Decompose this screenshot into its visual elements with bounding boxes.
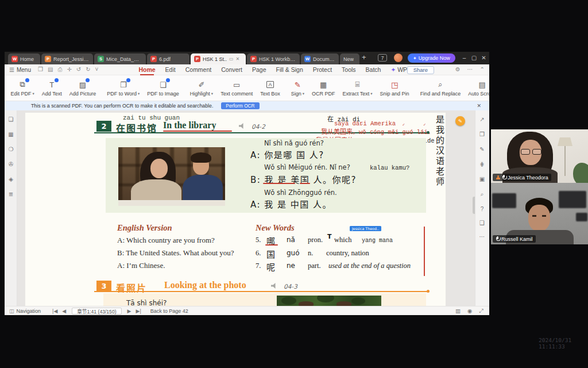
perform-ocr-button[interactable]: Perform OCR xyxy=(221,102,259,109)
pdf-page: ˋ ˊ ˉ ˇ zai tu shu guan 2 在图书馆 In the li… xyxy=(25,113,446,306)
read-mode-icon[interactable]: ▥ xyxy=(455,308,461,315)
menu-protect[interactable]: Protect xyxy=(313,66,332,73)
print-icon[interactable]: ⎙ xyxy=(57,66,62,73)
menu-page[interactable]: Page xyxy=(252,66,266,73)
tab-new[interactable]: New xyxy=(340,53,359,64)
play-presentation-icon[interactable]: ◉ xyxy=(467,308,472,315)
tab-hsk1-student[interactable]: P HSK 1 St.. ▭ ✕ xyxy=(191,53,246,64)
translate-panel-icon[interactable]: ⋕ xyxy=(475,161,489,167)
tab-6pdf[interactable]: P 6.pdf xyxy=(147,53,189,64)
layers-icon[interactable]: ≣ xyxy=(5,191,17,197)
auto-scroll-button[interactable]: ▤ Auto Scroll▾ xyxy=(465,76,489,99)
more-quick-icon[interactable]: ˅ xyxy=(95,66,99,73)
sign-button[interactable]: ✎ Sign▾ xyxy=(287,76,308,99)
fullscreen-icon[interactable]: ⤢ xyxy=(479,308,483,315)
text-comment-button[interactable]: ▭ Text comment xyxy=(217,76,257,99)
doc-info-icon[interactable]: ❐ xyxy=(475,131,489,137)
share-link-icon[interactable]: ↗ xyxy=(475,116,489,122)
first-page-icon[interactable]: |◀ xyxy=(52,308,57,314)
comments-panel-icon[interactable]: ❍ xyxy=(5,146,17,152)
close-notice-icon[interactable]: ✕ xyxy=(477,103,481,109)
menu-tools[interactable]: Tools xyxy=(342,66,356,73)
more-options-icon[interactable]: ⋯ xyxy=(467,66,473,72)
add-picture-button[interactable]: ▨ Add Picture xyxy=(65,76,100,99)
tab-document1[interactable]: W Document1 xyxy=(301,53,339,64)
hand-tool-icon[interactable]: ✛ xyxy=(67,66,71,73)
share-button[interactable]: Share xyxy=(407,66,434,74)
status-bar: ◫ Navigation |◀ ◀ 章节1:41 (43/150) ▶ ▶| B… xyxy=(5,306,489,315)
panel-collapse-handle[interactable] xyxy=(473,197,475,214)
attachment-icon[interactable]: ✇ xyxy=(5,161,17,167)
thumbnails-icon[interactable]: ▦ xyxy=(5,131,17,137)
video-tile-jessica[interactable]: Jessica Theodora xyxy=(491,129,588,183)
wps-home-icon: W xyxy=(11,56,18,62)
help-icon[interactable]: ? xyxy=(475,206,489,212)
section3-number: 3 xyxy=(96,281,111,292)
search-icon[interactable]: ⌕ xyxy=(475,191,489,198)
section3-pinyin-line: Tā shì shéi? xyxy=(126,299,167,306)
main-menu-button[interactable]: Menu xyxy=(9,67,31,73)
pdf-icon: P xyxy=(250,56,257,62)
close-tab-icon[interactable]: ✕ xyxy=(236,56,240,62)
tab-mice-data[interactable]: S Mice_Data_Collec.. xyxy=(94,53,146,64)
upgrade-now-button[interactable]: Upgrade Now xyxy=(408,53,455,63)
new-tab-button[interactable]: + xyxy=(362,53,366,62)
add-text-button[interactable]: T Add Text xyxy=(38,76,65,99)
extract-text-button[interactable]: ⌸ Extract Text▾ xyxy=(339,76,376,99)
mic-icon xyxy=(496,236,500,242)
menu-convert[interactable]: Convert xyxy=(221,66,242,73)
new-word-6-pos: n. xyxy=(308,249,313,258)
quick-edit-floating-button[interactable]: ✎ xyxy=(455,116,465,126)
menu-batch[interactable]: Batch xyxy=(366,66,381,73)
stamp-icon[interactable]: ◈ xyxy=(5,176,17,182)
text-box-button[interactable]: A Text Box xyxy=(257,76,284,99)
close-window-button[interactable]: ✕ xyxy=(479,53,488,62)
video-tile-russell[interactable]: Russell Kamil xyxy=(491,183,588,244)
auto-scroll-icon: ▤ xyxy=(477,80,488,90)
open-file-icon[interactable]: ❐ xyxy=(38,66,43,73)
library-photo xyxy=(118,147,225,206)
menu-edit[interactable]: Edit xyxy=(165,66,176,73)
ocr-pdf-button[interactable]: ▦ OCR PDF xyxy=(308,76,339,99)
tab-hsk1-workbook[interactable]: P HSK 1 Workbook.. xyxy=(247,53,300,64)
redo-icon[interactable]: ↻ xyxy=(86,66,90,73)
collapse-ribbon-icon[interactable]: ⌃ xyxy=(480,66,485,72)
edit-pdf-button[interactable]: ⧉ Edit PDF▾ xyxy=(7,76,38,99)
last-page-icon[interactable]: ▶| xyxy=(136,308,141,314)
tab-report[interactable]: P Report_Jessica_10.. xyxy=(41,53,93,64)
settings-gear-icon[interactable]: ⚙ xyxy=(455,66,461,72)
find-and-replace-button[interactable]: ⌕ Find and Replace xyxy=(416,76,465,99)
section3-line-dot xyxy=(427,290,430,293)
save-cloud-icon[interactable]: ▣ xyxy=(475,176,489,182)
next-page-icon[interactable]: ▶ xyxy=(127,308,131,314)
annotate-pen-icon[interactable]: ✎ xyxy=(475,146,489,152)
page-indicator[interactable]: 章节1:41 (43/150) xyxy=(72,308,121,315)
highlight-button[interactable]: ✐ Highlight▾ xyxy=(186,76,216,99)
tab-home[interactable]: W Home xyxy=(8,53,40,64)
back-to-page-link[interactable]: Back to Page 42 xyxy=(150,308,188,314)
bookmark-icon[interactable]: ❏ xyxy=(5,116,17,122)
navigation-panel-icon[interactable]: ◫ xyxy=(9,308,14,314)
new-word-7-num: 7. xyxy=(256,262,261,270)
right-panel-rail: ↗ ❐ ✎ ⋕ ▣ ⌕ ? ❑ ⋯ xyxy=(475,110,489,306)
snip-and-pin-button[interactable]: ◳ Snip and Pin xyxy=(376,76,413,99)
maximize-button[interactable]: ▢ xyxy=(470,53,478,62)
pdf-to-word-button[interactable]: ❐ PDF to Word▾ xyxy=(103,76,144,99)
menu-comment[interactable]: Comment xyxy=(185,66,212,73)
feedback-icon[interactable]: ❑ xyxy=(475,220,489,226)
undo-icon[interactable]: ↺ xyxy=(76,66,81,73)
section3-track: 04-3 xyxy=(284,283,297,290)
pdf-icon: P xyxy=(194,56,200,62)
menu-bar: Menu ❐ ▤ ⎙ ✛ ↺ ↻ ˅ Home Edit Comment Con… xyxy=(5,64,489,75)
section3-line xyxy=(94,291,428,292)
more-panel-icon[interactable]: ⋯ xyxy=(475,233,489,240)
prev-page-icon[interactable]: ◀ xyxy=(62,308,66,314)
minimize-button[interactable]: – xyxy=(460,53,469,62)
menu-fill-sign[interactable]: Fill & Sign xyxy=(276,66,303,73)
menu-home[interactable]: Home xyxy=(138,66,155,73)
account-avatar[interactable] xyxy=(394,53,403,62)
trial-days-badge[interactable]: 7 xyxy=(378,54,387,62)
pdf-to-image-button[interactable]: ❑ PDF to Image xyxy=(144,76,183,99)
save-icon[interactable]: ▤ xyxy=(48,66,53,73)
navigation-label[interactable]: Navigation xyxy=(17,308,41,314)
